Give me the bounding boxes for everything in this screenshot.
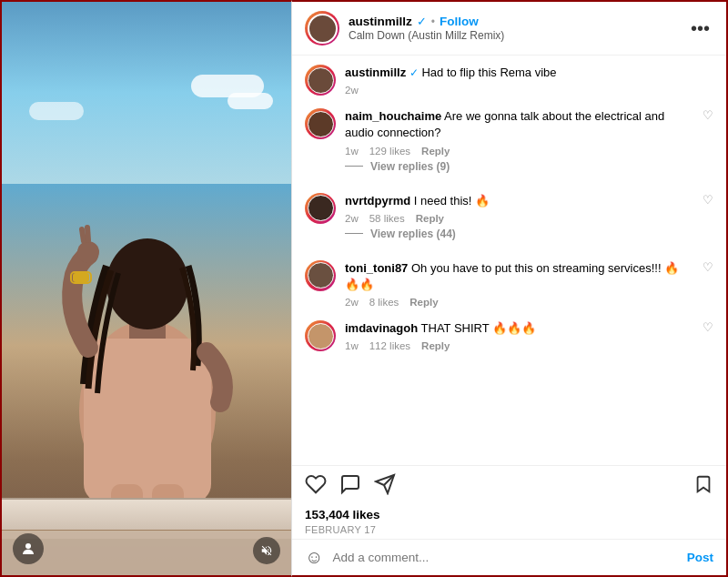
replies-line bbox=[345, 233, 363, 234]
cloud-decoration bbox=[228, 93, 273, 109]
comment-body: imdavinagoh THAT SHIRT 🔥🔥🔥 1w 112 likes … bbox=[345, 320, 693, 351]
comment-item: nvrtdpyrmd I need this! 🔥 2w 58 likes Re… bbox=[305, 193, 713, 248]
comments-panel: austinmillz ✓ • Follow Calm Down (Austin… bbox=[291, 0, 728, 577]
comment-time: 1w bbox=[345, 340, 359, 351]
svg-line-5 bbox=[82, 229, 84, 241]
view-replies-button[interactable]: View replies (9) bbox=[345, 160, 693, 173]
view-replies-text: View replies (9) bbox=[370, 160, 450, 173]
comment-username[interactable]: imdavinagoh bbox=[345, 321, 418, 335]
comment-meta: 2w bbox=[345, 85, 713, 96]
person-figure bbox=[20, 157, 275, 539]
media-panel bbox=[0, 0, 291, 577]
comment-likes: 8 likes bbox=[369, 297, 399, 308]
comment-meta: 1w 129 likes Reply bbox=[345, 146, 693, 157]
comment-meta: 1w 112 likes Reply bbox=[345, 340, 693, 351]
comment-time: 2w bbox=[345, 213, 359, 224]
comment-item: toni_toni87 Oh you have to put this on s… bbox=[305, 260, 713, 308]
comment-input[interactable] bbox=[332, 551, 686, 564]
follow-button[interactable]: Follow bbox=[440, 15, 479, 28]
reply-button[interactable]: Reply bbox=[410, 297, 438, 308]
comment-content: I need this! 🔥 bbox=[414, 194, 490, 208]
comment-username[interactable]: austinmillz bbox=[345, 66, 406, 79]
post-owner-avatar[interactable] bbox=[305, 11, 339, 46]
media-mute-icon[interactable] bbox=[253, 537, 280, 564]
comment-item: austinmillz ✓ Had to flip this Rema vibe… bbox=[305, 65, 713, 96]
svg-point-3 bbox=[106, 238, 188, 329]
comment-time: 2w bbox=[345, 85, 359, 96]
svg-line-6 bbox=[87, 228, 88, 240]
post-header: austinmillz ✓ • Follow Calm Down (Austin… bbox=[292, 2, 726, 56]
comment-username[interactable]: toni_toni87 bbox=[345, 261, 408, 275]
comment-body: nvrtdpyrmd I need this! 🔥 2w 58 likes Re… bbox=[345, 193, 693, 248]
share-button[interactable] bbox=[374, 473, 396, 501]
like-button[interactable] bbox=[305, 473, 327, 501]
commenter-avatar[interactable] bbox=[305, 260, 336, 291]
commenter-avatar[interactable] bbox=[305, 193, 336, 224]
cloud-decoration bbox=[29, 102, 84, 120]
view-replies-text: View replies (44) bbox=[370, 228, 456, 240]
view-replies-button[interactable]: View replies (44) bbox=[345, 228, 693, 240]
svg-point-11 bbox=[25, 543, 31, 549]
comment-likes: 112 likes bbox=[369, 340, 410, 351]
comment-text: toni_toni87 Oh you have to put this on s… bbox=[345, 260, 693, 293]
comment-text: imdavinagoh THAT SHIRT 🔥🔥🔥 bbox=[345, 320, 693, 337]
reply-button[interactable]: Reply bbox=[421, 146, 450, 157]
comments-area: austinmillz ✓ Had to flip this Rema vibe… bbox=[292, 56, 726, 465]
replies-line bbox=[345, 166, 363, 167]
post-date: FEBRUARY 17 bbox=[305, 524, 713, 535]
actions-bar bbox=[292, 465, 726, 506]
reply-button[interactable]: Reply bbox=[421, 340, 450, 351]
post-subtitle: Calm Down (Austin Millz Remix) bbox=[349, 29, 687, 42]
comment-time: 1w bbox=[345, 146, 359, 157]
post-owner-info: austinmillz ✓ • Follow Calm Down (Austin… bbox=[349, 15, 687, 42]
comment-body: naim_houchaime Are we gonna talk about t… bbox=[345, 108, 693, 179]
post-owner-username[interactable]: austinmillz bbox=[349, 15, 412, 28]
like-comment-button[interactable]: ♡ bbox=[703, 320, 713, 351]
comment-meta: 2w 58 likes Reply bbox=[345, 213, 693, 224]
like-comment-button[interactable]: ♡ bbox=[703, 108, 713, 179]
comment-likes: 129 likes bbox=[369, 146, 410, 157]
comment-username[interactable]: nvrtdpyrmd bbox=[345, 194, 410, 208]
more-options-button[interactable]: ••• bbox=[687, 18, 713, 39]
comment-meta: 2w 8 likes Reply bbox=[345, 297, 693, 308]
add-comment-row: ☺ Post bbox=[292, 539, 726, 575]
comment-body: austinmillz ✓ Had to flip this Rema vibe… bbox=[345, 65, 713, 96]
save-button[interactable] bbox=[693, 474, 713, 500]
reply-button[interactable]: Reply bbox=[416, 213, 444, 224]
commenter-avatar[interactable] bbox=[305, 320, 336, 351]
post-stats: 153,404 likes FEBRUARY 17 bbox=[292, 506, 726, 539]
comment-button[interactable] bbox=[339, 473, 361, 501]
comment-text: naim_houchaime Are we gonna talk about t… bbox=[345, 108, 693, 141]
like-comment-button[interactable]: ♡ bbox=[703, 193, 713, 248]
comment-time: 2w bbox=[345, 297, 359, 308]
comment-text: nvrtdpyrmd I need this! 🔥 bbox=[345, 193, 693, 209]
comment-body: toni_toni87 Oh you have to put this on s… bbox=[345, 260, 693, 308]
comment-text: austinmillz ✓ Had to flip this Rema vibe bbox=[345, 65, 713, 81]
commenter-avatar[interactable] bbox=[305, 108, 336, 139]
comment-likes: 58 likes bbox=[369, 213, 405, 224]
like-comment-button[interactable]: ♡ bbox=[703, 260, 713, 308]
post-comment-button[interactable]: Post bbox=[687, 551, 713, 564]
svg-point-4 bbox=[77, 241, 99, 263]
likes-count: 153,404 likes bbox=[305, 508, 713, 521]
header-name-row: austinmillz ✓ • Follow bbox=[349, 15, 687, 28]
comment-username[interactable]: naim_houchaime bbox=[345, 109, 441, 123]
comment-item: imdavinagoh THAT SHIRT 🔥🔥🔥 1w 112 likes … bbox=[305, 320, 713, 351]
comment-item: naim_houchaime Are we gonna talk about t… bbox=[305, 108, 713, 179]
commenter-avatar[interactable] bbox=[305, 65, 336, 96]
emoji-picker-button[interactable]: ☺ bbox=[305, 547, 323, 568]
verified-badge: ✓ bbox=[417, 15, 427, 28]
media-bottom-bar bbox=[2, 530, 291, 575]
verified-inline: ✓ bbox=[410, 66, 419, 79]
comment-content: Had to flip this Rema vibe bbox=[421, 66, 556, 79]
svg-rect-7 bbox=[73, 273, 89, 282]
dot-separator: • bbox=[431, 15, 435, 28]
comment-content: THAT SHIRT 🔥🔥🔥 bbox=[421, 321, 537, 335]
media-user-icon[interactable] bbox=[13, 533, 44, 564]
